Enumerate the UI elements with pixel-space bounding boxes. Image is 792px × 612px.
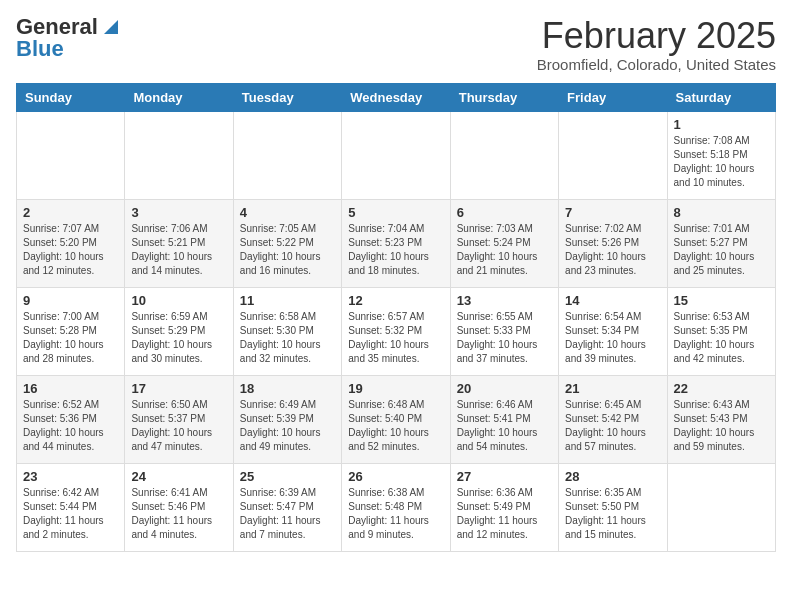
calendar-cell: 17Sunrise: 6:50 AM Sunset: 5:37 PM Dayli… <box>125 375 233 463</box>
day-number: 20 <box>457 381 552 396</box>
day-info: Sunrise: 6:53 AM Sunset: 5:35 PM Dayligh… <box>674 310 769 366</box>
calendar-cell: 24Sunrise: 6:41 AM Sunset: 5:46 PM Dayli… <box>125 463 233 551</box>
day-info: Sunrise: 6:58 AM Sunset: 5:30 PM Dayligh… <box>240 310 335 366</box>
day-number: 13 <box>457 293 552 308</box>
day-number: 5 <box>348 205 443 220</box>
day-info: Sunrise: 6:38 AM Sunset: 5:48 PM Dayligh… <box>348 486 443 542</box>
day-info: Sunrise: 7:08 AM Sunset: 5:18 PM Dayligh… <box>674 134 769 190</box>
calendar-cell: 15Sunrise: 6:53 AM Sunset: 5:35 PM Dayli… <box>667 287 775 375</box>
calendar-cell: 22Sunrise: 6:43 AM Sunset: 5:43 PM Dayli… <box>667 375 775 463</box>
calendar-cell: 1Sunrise: 7:08 AM Sunset: 5:18 PM Daylig… <box>667 111 775 199</box>
day-number: 9 <box>23 293 118 308</box>
day-info: Sunrise: 6:39 AM Sunset: 5:47 PM Dayligh… <box>240 486 335 542</box>
day-number: 22 <box>674 381 769 396</box>
day-number: 25 <box>240 469 335 484</box>
calendar-day-header: Tuesday <box>233 83 341 111</box>
day-info: Sunrise: 7:03 AM Sunset: 5:24 PM Dayligh… <box>457 222 552 278</box>
calendar-week-row: 16Sunrise: 6:52 AM Sunset: 5:36 PM Dayli… <box>17 375 776 463</box>
calendar-cell: 6Sunrise: 7:03 AM Sunset: 5:24 PM Daylig… <box>450 199 558 287</box>
calendar-day-header: Wednesday <box>342 83 450 111</box>
day-info: Sunrise: 6:36 AM Sunset: 5:49 PM Dayligh… <box>457 486 552 542</box>
day-number: 2 <box>23 205 118 220</box>
calendar-cell: 3Sunrise: 7:06 AM Sunset: 5:21 PM Daylig… <box>125 199 233 287</box>
logo-arrow-icon <box>100 16 118 34</box>
day-info: Sunrise: 7:01 AM Sunset: 5:27 PM Dayligh… <box>674 222 769 278</box>
logo: General Blue <box>16 16 118 60</box>
day-info: Sunrise: 6:54 AM Sunset: 5:34 PM Dayligh… <box>565 310 660 366</box>
calendar-cell: 19Sunrise: 6:48 AM Sunset: 5:40 PM Dayli… <box>342 375 450 463</box>
day-number: 4 <box>240 205 335 220</box>
svg-marker-0 <box>104 20 118 34</box>
day-number: 12 <box>348 293 443 308</box>
day-number: 10 <box>131 293 226 308</box>
day-number: 14 <box>565 293 660 308</box>
calendar-cell: 18Sunrise: 6:49 AM Sunset: 5:39 PM Dayli… <box>233 375 341 463</box>
day-number: 18 <box>240 381 335 396</box>
calendar-cell <box>342 111 450 199</box>
day-info: Sunrise: 7:00 AM Sunset: 5:28 PM Dayligh… <box>23 310 118 366</box>
day-number: 16 <box>23 381 118 396</box>
calendar-cell: 7Sunrise: 7:02 AM Sunset: 5:26 PM Daylig… <box>559 199 667 287</box>
calendar-day-header: Saturday <box>667 83 775 111</box>
day-info: Sunrise: 7:02 AM Sunset: 5:26 PM Dayligh… <box>565 222 660 278</box>
calendar-day-header: Monday <box>125 83 233 111</box>
calendar-cell: 25Sunrise: 6:39 AM Sunset: 5:47 PM Dayli… <box>233 463 341 551</box>
day-info: Sunrise: 7:07 AM Sunset: 5:20 PM Dayligh… <box>23 222 118 278</box>
calendar-week-row: 2Sunrise: 7:07 AM Sunset: 5:20 PM Daylig… <box>17 199 776 287</box>
calendar-day-header: Friday <box>559 83 667 111</box>
day-number: 17 <box>131 381 226 396</box>
day-number: 28 <box>565 469 660 484</box>
day-number: 7 <box>565 205 660 220</box>
calendar-cell: 5Sunrise: 7:04 AM Sunset: 5:23 PM Daylig… <box>342 199 450 287</box>
day-number: 19 <box>348 381 443 396</box>
calendar-cell: 21Sunrise: 6:45 AM Sunset: 5:42 PM Dayli… <box>559 375 667 463</box>
day-number: 8 <box>674 205 769 220</box>
day-number: 15 <box>674 293 769 308</box>
day-number: 1 <box>674 117 769 132</box>
calendar-cell <box>17 111 125 199</box>
calendar-cell: 8Sunrise: 7:01 AM Sunset: 5:27 PM Daylig… <box>667 199 775 287</box>
day-number: 26 <box>348 469 443 484</box>
day-info: Sunrise: 6:48 AM Sunset: 5:40 PM Dayligh… <box>348 398 443 454</box>
page-subtitle: Broomfield, Colorado, United States <box>537 56 776 73</box>
day-info: Sunrise: 6:35 AM Sunset: 5:50 PM Dayligh… <box>565 486 660 542</box>
calendar-cell: 27Sunrise: 6:36 AM Sunset: 5:49 PM Dayli… <box>450 463 558 551</box>
calendar-cell: 9Sunrise: 7:00 AM Sunset: 5:28 PM Daylig… <box>17 287 125 375</box>
day-info: Sunrise: 6:49 AM Sunset: 5:39 PM Dayligh… <box>240 398 335 454</box>
day-info: Sunrise: 6:41 AM Sunset: 5:46 PM Dayligh… <box>131 486 226 542</box>
calendar-cell: 4Sunrise: 7:05 AM Sunset: 5:22 PM Daylig… <box>233 199 341 287</box>
day-info: Sunrise: 6:50 AM Sunset: 5:37 PM Dayligh… <box>131 398 226 454</box>
calendar-cell: 12Sunrise: 6:57 AM Sunset: 5:32 PM Dayli… <box>342 287 450 375</box>
calendar-cell: 14Sunrise: 6:54 AM Sunset: 5:34 PM Dayli… <box>559 287 667 375</box>
day-number: 24 <box>131 469 226 484</box>
calendar-cell <box>233 111 341 199</box>
calendar-day-header: Thursday <box>450 83 558 111</box>
calendar-cell <box>450 111 558 199</box>
calendar-cell: 11Sunrise: 6:58 AM Sunset: 5:30 PM Dayli… <box>233 287 341 375</box>
calendar-cell: 23Sunrise: 6:42 AM Sunset: 5:44 PM Dayli… <box>17 463 125 551</box>
day-info: Sunrise: 6:43 AM Sunset: 5:43 PM Dayligh… <box>674 398 769 454</box>
day-number: 27 <box>457 469 552 484</box>
calendar-cell <box>667 463 775 551</box>
page-header: General Blue February 2025 Broomfield, C… <box>16 16 776 73</box>
day-info: Sunrise: 6:42 AM Sunset: 5:44 PM Dayligh… <box>23 486 118 542</box>
title-block: February 2025 Broomfield, Colorado, Unit… <box>537 16 776 73</box>
calendar-cell: 28Sunrise: 6:35 AM Sunset: 5:50 PM Dayli… <box>559 463 667 551</box>
calendar-table: SundayMondayTuesdayWednesdayThursdayFrid… <box>16 83 776 552</box>
page-title: February 2025 <box>537 16 776 56</box>
calendar-cell <box>125 111 233 199</box>
calendar-cell: 20Sunrise: 6:46 AM Sunset: 5:41 PM Dayli… <box>450 375 558 463</box>
day-info: Sunrise: 6:46 AM Sunset: 5:41 PM Dayligh… <box>457 398 552 454</box>
day-info: Sunrise: 7:05 AM Sunset: 5:22 PM Dayligh… <box>240 222 335 278</box>
day-number: 3 <box>131 205 226 220</box>
day-info: Sunrise: 6:52 AM Sunset: 5:36 PM Dayligh… <box>23 398 118 454</box>
calendar-cell: 2Sunrise: 7:07 AM Sunset: 5:20 PM Daylig… <box>17 199 125 287</box>
day-info: Sunrise: 6:57 AM Sunset: 5:32 PM Dayligh… <box>348 310 443 366</box>
calendar-header-row: SundayMondayTuesdayWednesdayThursdayFrid… <box>17 83 776 111</box>
calendar-cell: 13Sunrise: 6:55 AM Sunset: 5:33 PM Dayli… <box>450 287 558 375</box>
day-number: 11 <box>240 293 335 308</box>
day-info: Sunrise: 7:06 AM Sunset: 5:21 PM Dayligh… <box>131 222 226 278</box>
calendar-cell: 16Sunrise: 6:52 AM Sunset: 5:36 PM Dayli… <box>17 375 125 463</box>
day-number: 6 <box>457 205 552 220</box>
day-info: Sunrise: 6:59 AM Sunset: 5:29 PM Dayligh… <box>131 310 226 366</box>
